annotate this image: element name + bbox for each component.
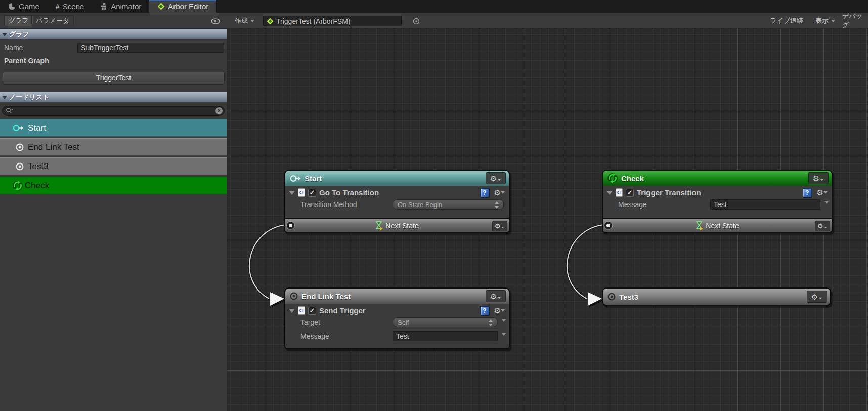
popup-value: On State Begin [398,201,442,209]
node-item-label: Test3 [28,161,49,172]
visibility-eye-button[interactable] [210,16,221,26]
tab-label: Arbor Editor [168,2,208,11]
behavior-settings-button[interactable]: ⚙ [494,189,505,196]
field-label: Message [618,200,647,209]
animator-icon [100,3,108,10]
target-circle-icon [413,18,420,25]
help-book-icon[interactable]: ? [480,188,489,197]
state-node-start[interactable]: Start ⚙ C# ✓ Go To Transition ? ⚙ Transi… [284,170,510,233]
graph-name-input[interactable] [77,43,224,53]
state-node-test3[interactable]: Test3 ⚙ [602,287,831,306]
state-link-port[interactable] [604,222,612,229]
node-header[interactable]: Check ⚙ [603,171,832,186]
message-text-field[interactable]: Test [710,199,820,210]
node-header[interactable]: Test3 ⚙ [603,289,830,305]
node-settings-button[interactable]: ⚙ [486,172,506,184]
state-link-hourglass-icon [375,221,383,230]
link-settings-button[interactable]: ⚙ [492,221,507,231]
field-label: Message [300,332,329,340]
sidebar-item-end-link-test[interactable]: End Link Test [0,138,227,156]
csharp-script-icon: C# [298,306,305,315]
sidebar-item-start[interactable]: Start [0,119,227,137]
tab-animator[interactable]: Animator [92,0,149,13]
node-search-input[interactable] [2,106,225,116]
parameter-dropdown-icon[interactable] [502,333,506,336]
state-node-check[interactable]: Check ⚙ C# ✓ Trigger Transition ? ⚙ Mess… [602,170,833,233]
next-state-link-bar[interactable]: Next State ⚙ [602,218,833,233]
graph-tab-button[interactable]: グラフ [4,15,33,26]
eye-icon [211,18,220,24]
chevron-down-icon [501,191,505,194]
state-link-port[interactable] [287,222,294,229]
sidebar-item-check[interactable]: Check [0,177,227,194]
behavior-title: Send Trigger [319,306,366,315]
gear-icon: ⚙ [490,293,497,300]
behavior-settings-button[interactable]: ⚙ [817,189,828,196]
parent-graph-button[interactable]: TriggerTest [3,72,225,85]
behavior-enabled-checkbox[interactable]: ✓ [308,189,316,197]
behavior-enabled-checkbox[interactable]: ✓ [626,189,634,197]
gear-icon: ⚙ [813,175,819,182]
live-trace-label: ライブ追跡 [770,16,803,25]
sidebar-item-test3[interactable]: Test3 [0,157,227,175]
gear-icon: ⚙ [494,307,501,314]
foldout-triangle-icon[interactable] [606,191,613,195]
next-state-label: Next State [385,222,418,230]
popup-value: Self [398,319,409,326]
graph-section-header[interactable]: グラフ [0,29,227,39]
node-list: Start End Link Test Test3 [0,119,227,194]
foldout-triangle-icon [2,96,7,99]
node-header[interactable]: End Link Test ⚙ [285,289,509,304]
gear-icon: ⚙ [817,223,823,229]
tab-arbor-editor[interactable]: Arbor Editor [149,0,216,13]
tab-game[interactable]: Game [0,0,48,13]
foldout-triangle-icon[interactable] [289,191,295,195]
node-item-label: End Link Test [28,142,79,152]
object-picker-button[interactable] [411,16,422,26]
live-trace-button[interactable]: ライブ追跡 [770,15,803,26]
help-book-icon[interactable]: ? [803,188,812,197]
chevron-down-icon [501,309,505,312]
node-list-section-title: ノードリスト [9,93,50,102]
checkmark-icon: ✓ [310,189,315,196]
node-title: End Link Test [301,292,351,301]
parameter-tab-button[interactable]: パラメータ [31,15,74,26]
scene-icon: # [56,3,60,11]
behavior-settings-button[interactable]: ⚙ [494,307,505,314]
state-node-end-link-test[interactable]: End Link Test ⚙ C# ✓ Send Trigger ? ⚙ Ta… [284,287,510,349]
link-settings-button[interactable]: ⚙ [815,221,830,231]
node-list-section-header[interactable]: ノードリスト [0,92,227,102]
behavior-enabled-checkbox[interactable]: ✓ [308,307,316,315]
csharp-script-icon: C# [298,188,305,197]
gear-icon: ⚙ [494,189,501,196]
name-label: Name [4,44,77,52]
transition-method-popup[interactable]: On State Begin [393,199,504,210]
search-clear-button[interactable]: × [215,107,223,114]
view-menu-button[interactable]: 表示 [815,15,835,26]
node-header[interactable]: Start ⚙ [285,171,509,186]
help-book-icon[interactable]: ? [480,306,489,315]
graph-canvas[interactable]: Start ⚙ C# ✓ Go To Transition ? ⚙ Transi… [228,29,868,411]
node-settings-button[interactable]: ⚙ [808,172,829,184]
foldout-triangle-icon[interactable] [289,309,295,313]
graph-object-field[interactable]: TriggerTest (ArborFSM) [263,16,402,26]
parameter-dropdown-icon[interactable] [502,319,506,322]
gear-icon: ⚙ [811,293,818,301]
parameter-dropdown-icon[interactable] [824,201,829,204]
node-settings-button[interactable]: ⚙ [486,290,506,302]
checkmark-icon: ✓ [627,189,633,196]
chevron-down-icon [502,227,504,228]
chevron-down-icon [819,297,822,299]
message-text-field[interactable]: Test [393,331,498,341]
state-icon [15,162,24,171]
state-icon [15,143,24,152]
next-state-link-bar[interactable]: Next State ⚙ [284,218,510,233]
tab-scene[interactable]: # Scene [48,0,92,13]
graph-object-name: TriggerTest (ArborFSM) [276,17,351,25]
target-popup[interactable]: Self [393,317,498,327]
node-settings-button[interactable]: ⚙ [807,291,827,303]
start-state-icon [289,174,301,183]
debug-menu-button[interactable]: デバッグ [842,15,868,26]
create-button[interactable]: 作成 [230,15,259,26]
side-panel: グラフ Name Parent Graph TriggerTest ノードリスト… [0,29,227,411]
